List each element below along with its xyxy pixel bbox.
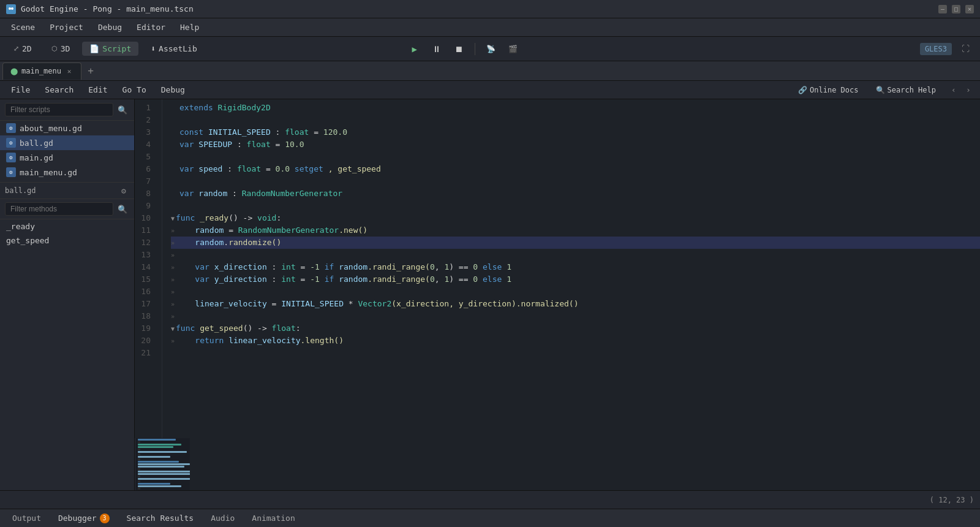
method-item-ready[interactable]: _ready [0,219,134,233]
script-name-main-menu: main_menu.gd [20,168,77,177]
maximize-button[interactable]: □ [952,5,960,13]
script-name-about-menu: about_menu.gd [20,124,82,133]
script-editor-menubar: File Search Edit Go To Debug 🔗 Online Do… [0,81,980,99]
script-item-about-menu[interactable]: ⚙ about_menu.gd [0,121,134,135]
debugger-tab[interactable]: Debugger 3 [51,511,117,526]
titlebar: Godot Engine - Pong - main_menu.tscn – □… [0,0,980,18]
search-help-icon: 🔍 [876,86,885,94]
2d-icon: ⤢ [13,45,19,53]
svg-point-2 [11,7,13,10]
filter-scripts-input[interactable] [5,103,113,116]
script-icon-main: ⚙ [6,153,16,162]
close-button[interactable]: ✕ [965,5,974,13]
tab-label: main_menu [21,67,61,75]
audio-tab[interactable]: Audio [203,511,242,525]
tabbar: ⬤ main_menu ✕ + [0,61,980,81]
script-icon: 📄 [89,44,99,53]
scripts-list: ⚙ about_menu.gd ⚙ ball.gd ⚙ main.gd ⚙ ma… [0,121,134,180]
script-icon-about-menu: ⚙ [6,123,16,133]
script-item-main-menu[interactable]: ⚙ main_menu.gd [0,165,134,180]
filter-scripts-area: 🔍 [0,99,134,121]
fullscreen-button[interactable]: ⛶ [957,40,974,58]
current-script-label: ball.gd [5,186,36,195]
script-name-main: main.gd [20,153,53,162]
search-results-tab[interactable]: Search Results [119,511,202,525]
toolbar-script-button[interactable]: 📄 Script [82,42,138,56]
minimize-button[interactable]: – [938,5,947,13]
svg-point-0 [7,5,15,13]
line-numbers: 123456789101112131415161718192021 [135,99,162,438]
toolbar-right: GLES3 ⛶ [920,40,974,58]
menu-editor[interactable]: Editor [130,20,172,34]
nav-back-button[interactable]: ‹ [947,83,960,97]
filemenubar-right: 🔗 Online Docs 🔍 Search Help ‹ › [792,83,975,97]
menubar: Scene Project Debug Editor Help [0,18,980,37]
animation-tab[interactable]: Animation [244,511,302,525]
file-menu[interactable]: File [5,83,36,96]
titlebar-title: Godot Engine - Pong - main_menu.tscn [21,4,194,13]
tab-close-button[interactable]: ✕ [65,67,74,75]
stop-button[interactable]: ⏹ [450,40,467,58]
menu-debug[interactable]: Debug [92,20,128,34]
nav-arrows: ‹ › [947,83,975,97]
menu-help[interactable]: Help [174,20,205,34]
code-editor: 123456789101112131415161718192021 extend… [135,99,980,490]
main-menu-tab[interactable]: ⬤ main_menu ✕ [2,63,81,80]
bottom-tabs: Output Debugger 3 Search Results Audio A… [0,509,980,527]
method-item-get-speed[interactable]: get_speed [0,233,134,248]
debugger-badge: 3 [100,514,110,523]
cursor-position: ( 12, 23 ) [930,496,974,504]
minimap [135,438,190,490]
assetlib-label: AssetLib [159,44,197,53]
filter-methods-input[interactable] [5,202,113,216]
search-help-button[interactable]: 🔍 Search Help [870,84,942,96]
script-item-ball[interactable]: ⚙ ball.gd [0,135,134,150]
3d-label: 3D [61,44,70,53]
gles-badge: GLES3 [920,43,952,55]
search-menu[interactable]: Search [39,83,80,96]
menu-project[interactable]: Project [43,20,89,34]
toolbar-2d-button[interactable]: ⤢ 2D [6,42,39,56]
assetlib-icon: ⬇ [151,44,156,53]
docs-icon: 🔗 [798,86,807,94]
debug-menu[interactable]: Debug [155,83,191,96]
menu-scene[interactable]: Scene [5,20,41,34]
titlebar-controls: – □ ✕ [938,5,974,13]
minimap-preview [135,438,190,490]
methods-options-button[interactable]: ⚙ [118,185,129,196]
svg-point-1 [9,7,11,10]
script-label: Script [102,44,131,53]
filter-scripts-search-icon[interactable]: 🔍 [116,103,129,116]
toolbar-3d-button[interactable]: ⬡ 3D [44,42,78,56]
output-tab[interactable]: Output [5,511,48,525]
sidebar: 🔍 ⚙ about_menu.gd ⚙ ball.gd ⚙ main.gd ⚙ … [0,99,135,490]
tab-scene-icon: ⬤ [10,67,18,75]
remote-debug-button[interactable]: 📡 [483,40,500,58]
pause-button[interactable]: ⏸ [428,40,445,58]
nav-forward-button[interactable]: › [962,83,975,97]
toolbar: ⤢ 2D ⬡ 3D 📄 Script ⬇ AssetLib ▶ ⏸ ⏹ 📡 🎬 … [0,37,980,61]
script-item-main[interactable]: ⚙ main.gd [0,150,134,165]
movie-button[interactable]: 🎬 [505,40,522,58]
code-content[interactable]: extends RigidBody2Dconst INITIAL_SPEED :… [162,99,980,438]
filter-methods-area: 🔍 [0,199,134,219]
filter-methods-search-icon[interactable]: 🔍 [116,202,129,216]
script-name-ball: ball.gd [20,138,53,148]
bottom-bar: ( 12, 23 ) [0,490,980,509]
debugger-label: Debugger [58,514,97,523]
goto-menu[interactable]: Go To [116,83,153,96]
online-docs-button[interactable]: 🔗 Online Docs [792,84,864,96]
godot-icon [6,4,16,14]
2d-label: 2D [22,44,32,53]
toolbar-center: ▶ ⏸ ⏹ 📡 🎬 [406,40,522,58]
methods-header: ball.gd ⚙ [0,183,134,199]
add-tab-button[interactable]: + [84,64,97,78]
script-icon-ball: ⚙ [6,138,16,148]
edit-menu[interactable]: Edit [82,83,113,96]
code-area: 123456789101112131415161718192021 extend… [135,99,980,438]
main-area: 🔍 ⚙ about_menu.gd ⚙ ball.gd ⚙ main.gd ⚙ … [0,99,980,490]
3d-icon: ⬡ [51,45,58,53]
toolbar-assetlib-button[interactable]: ⬇ AssetLib [143,42,204,56]
play-button[interactable]: ▶ [406,40,423,58]
script-icon-main-menu: ⚙ [6,167,16,177]
